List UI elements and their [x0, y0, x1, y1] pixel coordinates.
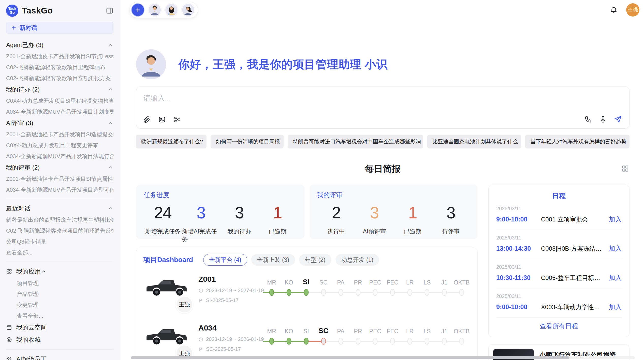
stat-label: 我的待办 [228, 228, 251, 235]
sidebar-item[interactable]: Z001-全新燃油轻卡产品开发项目SI造型提交物评审 [6, 129, 113, 140]
stat-label: AI预评审 [363, 228, 386, 235]
add-assistant-button[interactable] [131, 3, 144, 17]
milestone-track [401, 335, 418, 348]
sidebar-favorites[interactable]: 我的收藏 [6, 334, 113, 346]
milestone: SC [315, 325, 332, 348]
sidebar-item[interactable]: A034-全新新能源MUV产品开发项目法规符合性评审 [6, 151, 113, 162]
milestone-label: J1 [436, 325, 453, 335]
project-flag-milestone: SI-2025-05-17 [198, 297, 261, 303]
milestone: MR [263, 276, 280, 299]
sidebar-item[interactable]: C0X4-动力总成开发项目SI里程碑提交物检查 [6, 95, 113, 106]
topbar: 王强 [120, 0, 644, 20]
notification-bell-icon[interactable] [610, 6, 618, 14]
collapse-sidebar-icon[interactable] [106, 7, 113, 14]
sidebar-item[interactable]: C02-飞腾新能源轻客改款项目立项汇报方案 [6, 73, 113, 84]
section-title: 最近对话 [6, 204, 31, 213]
main-content: 你好，王强，我是你的项目管理助理 小识 请输入... 欧洲新规最近颁布了什么?如… [120, 20, 644, 360]
suggestion-chip[interactable]: 特朗普可能对进口汽车增税会对中国车企造成哪些影响 [288, 135, 423, 148]
new-chat-label: 新对话 [20, 24, 37, 32]
sidebar-section-my-review[interactable]: 我的评审 (2) [6, 162, 113, 173]
event-name: C003|H0B-方案冻结评审 [541, 245, 606, 253]
person-avatar-icon [136, 49, 166, 79]
suggestion-chip[interactable]: 如何写一份清晰的项目周报 [211, 135, 284, 148]
sidebar-item[interactable]: Z001-全新燃油皮卡产品开发项目SI节点Lesson Learn报告 [6, 51, 113, 62]
assistant-avatar-3[interactable] [182, 3, 195, 17]
event-date: 2025/03/11 [496, 293, 622, 299]
dashboard-tab[interactable]: 年型 (2) [299, 254, 331, 266]
suggestion-chip[interactable]: 比亚迪全固态电池计划具体说了什么 [427, 135, 521, 148]
app-item[interactable]: 项目管理 [6, 278, 113, 289]
project-date-range: 2023-12-19 ~ 2027-01-19 [198, 288, 261, 293]
sidebar-section-my-todo[interactable]: 我的待办 (2) [6, 84, 113, 95]
new-chat-button[interactable]: 新对话 [6, 22, 113, 34]
send-icon[interactable] [614, 115, 622, 123]
user-avatar[interactable]: 王强 [626, 3, 639, 17]
milestone-label: LS [418, 276, 436, 286]
milestone-label: FEC [384, 325, 401, 335]
dashboard-tab[interactable]: 动总开发 (1) [335, 254, 379, 266]
input-left-actions [143, 116, 181, 123]
image-icon[interactable] [158, 116, 166, 123]
phone-icon[interactable] [584, 115, 592, 123]
chevron-up-icon [41, 268, 47, 275]
view-all-schedule-link[interactable]: 查看所有日程 [496, 318, 622, 334]
project-row-z001[interactable]: 王强 Z001 2023-12-19 ~ 2027-01-19 [143, 274, 470, 314]
milestone: PEC [367, 325, 384, 348]
sidebar-section-recent-chats[interactable]: 最近对话 [6, 203, 113, 214]
sidebar-item[interactable]: A034-全新新能源MUV产品开发项目计划变更表编写 [6, 106, 113, 117]
dashboard-tab[interactable]: 全新平台 (4) [203, 254, 247, 266]
scissors-icon[interactable] [173, 116, 181, 123]
event-name: X003-车辆动力学性能验... [541, 303, 606, 311]
assistant-avatar-1[interactable] [148, 3, 161, 17]
recent-chat-item[interactable]: 解释最新出台的欧盟报废车法规再生塑料比例被调至15%... [6, 214, 113, 225]
stat-label: 待评审 [442, 228, 460, 235]
suggestion-chip[interactable]: 欧洲新规最近颁布了什么? [136, 135, 207, 148]
section-title: 我的评审 (2) [6, 163, 40, 172]
event-time: 9:00-10:00 [496, 216, 541, 223]
divider [6, 349, 113, 350]
event-name: C001-立项审批会 [541, 215, 606, 223]
join-button[interactable]: 加入 [609, 215, 622, 223]
milestone-label: MR [263, 276, 280, 286]
join-button[interactable]: 加入 [609, 274, 622, 282]
sidebar-my-apps[interactable]: 我的应用 [6, 265, 113, 278]
join-button[interactable]: 加入 [609, 303, 622, 311]
sidebar-item[interactable]: Z001-全新燃油轻卡产品开发项目SI节点属性5D文件评审 [6, 173, 113, 184]
sidebar-section-ai-review[interactable]: AI评审 (3) [6, 117, 113, 129]
project-row-a034[interactable]: 王强 A034 2023-12-19 ~ 2026-01-19 [143, 323, 470, 360]
chevron-up-icon [107, 86, 113, 93]
milestone: OKTB [453, 325, 470, 348]
sidebar-cloud-space[interactable]: 我的云空间 [6, 321, 113, 334]
milestone-track [298, 335, 315, 348]
microphone-icon[interactable] [599, 115, 607, 123]
sidebar-item[interactable]: A034-全新新能源MUV产品开发项目造型可行性评审 [6, 184, 113, 195]
dashboard-tab[interactable]: 全新上装 (3) [251, 254, 295, 266]
milestone: MR [263, 325, 280, 348]
sidebar-ai-super-staff[interactable]: AI超级员工 [6, 353, 113, 360]
app-item[interactable]: 产品管理 [6, 289, 113, 299]
event-time: 10:30-11:30 [496, 274, 541, 281]
project-code: Z001 [198, 275, 261, 283]
join-button[interactable]: 加入 [609, 244, 622, 253]
assistant-avatar-2[interactable] [165, 3, 178, 17]
sidebar-item[interactable]: C0X4-动力总成开发项目工程变更评审 [6, 140, 113, 151]
layout-grid-icon[interactable] [621, 165, 629, 172]
milestone-track [349, 286, 367, 299]
milestone-label: OKTB [453, 325, 470, 335]
app-item[interactable]: 变更管理 [6, 299, 113, 310]
recent-view-all[interactable]: 查看全部... [6, 247, 113, 258]
apps-view-all[interactable]: 查看全部... [6, 310, 113, 321]
sidebar-section-agent-done[interactable]: Agent已办 (3) [6, 39, 113, 51]
sidebar-item[interactable]: C02-飞腾新能源轻客改款项目里程碑画布 [6, 62, 113, 73]
recent-chat-item[interactable]: 公司Q3轻卡销量 [6, 236, 113, 247]
recent-chat-item[interactable]: C02-飞腾新能源轻客改款项目的闭环通告反馈情况 [6, 225, 113, 236]
milestone-timeline: MR KO [263, 276, 470, 299]
milestone: KO [280, 276, 298, 299]
milestone-label: LS [418, 325, 436, 335]
project-media: 王强 [143, 323, 190, 360]
suggestion-chip[interactable]: 当下年轻人对汽车外观有怎样的喜好趋势 [525, 135, 630, 148]
chat-input[interactable]: 请输入... [136, 86, 630, 129]
project-media: 王强 [143, 274, 190, 314]
attachment-icon[interactable] [143, 116, 151, 123]
scrollbar-thumb[interactable] [131, 356, 569, 359]
